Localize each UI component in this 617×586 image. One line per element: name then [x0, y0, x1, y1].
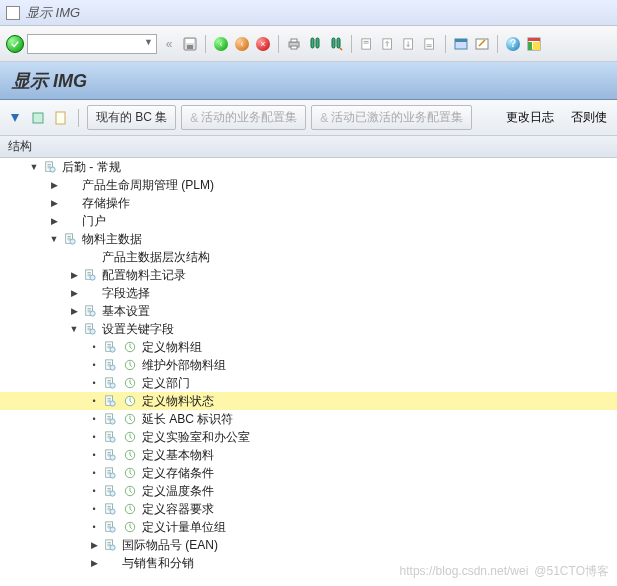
- tree-row[interactable]: •定义温度条件: [0, 482, 617, 500]
- expand-icon[interactable]: ▶: [48, 215, 60, 227]
- ok-icon[interactable]: [6, 35, 24, 53]
- session-new-icon[interactable]: [452, 35, 470, 53]
- tree-row[interactable]: ▶配置物料主记录: [0, 266, 617, 284]
- tree-row[interactable]: •维护外部物料组: [0, 356, 617, 374]
- svg-rect-20: [533, 42, 540, 50]
- expand-icon[interactable]: ▶: [48, 179, 60, 191]
- svg-point-64: [110, 527, 115, 532]
- expand-icon[interactable]: ▶: [48, 197, 60, 209]
- tree-label: 物料主数据: [82, 231, 142, 248]
- tree-row[interactable]: ▶国际物品号 (EAN): [0, 536, 617, 554]
- page-up-icon[interactable]: [379, 35, 397, 53]
- expand-all-icon[interactable]: [6, 109, 24, 127]
- execute-icon[interactable]: [122, 376, 138, 390]
- svg-point-55: [110, 473, 115, 478]
- tree-label: 后勤 - 常规: [62, 159, 121, 176]
- expand-icon[interactable]: ▶: [68, 287, 80, 299]
- active-config-button[interactable]: &活动的业务配置集: [181, 105, 306, 130]
- tree-row[interactable]: •定义计量单位组: [0, 518, 617, 536]
- tree-row[interactable]: ▶字段选择: [0, 284, 617, 302]
- tree-row[interactable]: ▶与销售和分销: [0, 554, 617, 572]
- execute-icon[interactable]: [122, 448, 138, 462]
- execute-icon[interactable]: [122, 358, 138, 372]
- svg-rect-13: [425, 38, 434, 48]
- svg-point-52: [110, 455, 115, 460]
- execute-icon[interactable]: [122, 340, 138, 354]
- legend-icon[interactable]: [29, 109, 47, 127]
- expand-icon[interactable]: ▶: [88, 539, 100, 551]
- back-icon[interactable]: «: [160, 35, 178, 53]
- save-icon[interactable]: [181, 35, 199, 53]
- help-icon[interactable]: ?: [504, 35, 522, 53]
- tree-row[interactable]: ▼设置关键字段: [0, 320, 617, 338]
- nav-back-icon[interactable]: ‹: [212, 35, 230, 53]
- tree-label: 门户: [82, 213, 106, 230]
- leaf-icon: •: [88, 521, 100, 533]
- existing-bc-button[interactable]: 现有的 BC 集: [87, 105, 176, 130]
- change-log-link[interactable]: 更改日志: [498, 109, 562, 126]
- find-icon[interactable]: [306, 35, 324, 53]
- tree-row[interactable]: ▶存储操作: [0, 194, 617, 212]
- execute-icon[interactable]: [122, 502, 138, 516]
- svg-point-67: [110, 545, 115, 550]
- find-next-icon[interactable]: [327, 35, 345, 53]
- layout-icon[interactable]: [525, 35, 543, 53]
- tree-label: 定义基本物料: [142, 447, 214, 464]
- collapse-icon[interactable]: ▼: [28, 161, 40, 173]
- tree-row[interactable]: •定义基本物料: [0, 446, 617, 464]
- execute-icon[interactable]: [122, 412, 138, 426]
- tree-row[interactable]: ▼后勤 - 常规: [0, 158, 617, 176]
- shortcut-icon[interactable]: [473, 35, 491, 53]
- expand-icon[interactable]: ▶: [88, 557, 100, 569]
- menu-icon[interactable]: [6, 6, 20, 20]
- tree-label: 产品主数据层次结构: [102, 249, 210, 266]
- document-icon: [102, 412, 118, 426]
- tree-row[interactable]: •延长 ABC 标识符: [0, 410, 617, 428]
- execute-icon[interactable]: [122, 520, 138, 534]
- svg-point-46: [110, 419, 115, 424]
- command-field[interactable]: [27, 34, 157, 54]
- tree-row[interactable]: ▼物料主数据: [0, 230, 617, 248]
- svg-rect-2: [187, 45, 193, 49]
- svg-point-30: [90, 311, 95, 316]
- print-icon[interactable]: [285, 35, 303, 53]
- leaf-icon: •: [88, 395, 100, 407]
- nav-cancel-icon[interactable]: ×: [254, 35, 272, 53]
- tree-row[interactable]: •定义物料状态: [0, 392, 617, 410]
- document-icon: [82, 322, 98, 336]
- document-icon: [82, 304, 98, 318]
- leaf-icon: •: [88, 503, 100, 515]
- tree-view[interactable]: ▼后勤 - 常规▶产品生命周期管理 (PLM)▶存储操作▶门户▼物料主数据产品主…: [0, 158, 617, 586]
- tree-row[interactable]: ▶基本设置: [0, 302, 617, 320]
- other-use-link[interactable]: 否则使: [567, 109, 611, 126]
- svg-point-58: [110, 491, 115, 496]
- tree-row[interactable]: •定义实验室和办公室: [0, 428, 617, 446]
- svg-rect-18: [528, 38, 540, 41]
- execute-icon[interactable]: [122, 394, 138, 408]
- tree-row[interactable]: ▶门户: [0, 212, 617, 230]
- svg-rect-1: [186, 39, 194, 43]
- tree-row[interactable]: •定义容器要求: [0, 500, 617, 518]
- execute-icon[interactable]: [122, 466, 138, 480]
- execute-icon[interactable]: [122, 484, 138, 498]
- expand-icon[interactable]: ▶: [68, 269, 80, 281]
- tree-label: 产品生命周期管理 (PLM): [82, 177, 214, 194]
- document-icon: [42, 160, 58, 174]
- expand-icon[interactable]: ▶: [68, 305, 80, 317]
- execute-icon[interactable]: [122, 430, 138, 444]
- page-first-icon[interactable]: [358, 35, 376, 53]
- tree-row[interactable]: ▶产品生命周期管理 (PLM): [0, 176, 617, 194]
- tree-row[interactable]: •定义存储条件: [0, 464, 617, 482]
- notes-icon[interactable]: [52, 109, 70, 127]
- collapse-icon[interactable]: ▼: [48, 233, 60, 245]
- collapse-icon[interactable]: ▼: [68, 323, 80, 335]
- nav-exit-icon[interactable]: ‹: [233, 35, 251, 53]
- activated-config-button[interactable]: &活动已激活的业务配置集: [311, 105, 472, 130]
- tree-row[interactable]: •定义部门: [0, 374, 617, 392]
- tree-row[interactable]: 产品主数据层次结构: [0, 248, 617, 266]
- tree-label: 定义容器要求: [142, 501, 214, 518]
- page-last-icon[interactable]: [421, 35, 439, 53]
- svg-point-49: [110, 437, 115, 442]
- tree-row[interactable]: •定义物料组: [0, 338, 617, 356]
- page-down-icon[interactable]: [400, 35, 418, 53]
